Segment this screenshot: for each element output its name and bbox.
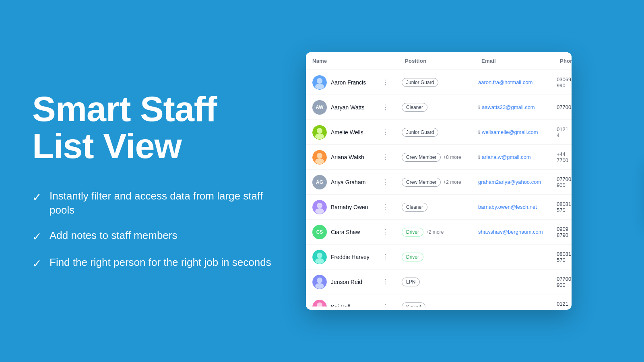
row-menu-button[interactable]: ⋮ xyxy=(379,102,392,113)
staff-table: Name Position Email Phone Aaron Francis … xyxy=(306,52,572,310)
table-header: Name Position Email Phone xyxy=(306,52,572,70)
table-row: Freddie Harvey ⋮ Driver 08081 570 xyxy=(306,245,572,269)
right-panel: Name Position Email Phone Aaron Francis … xyxy=(306,36,644,326)
position-cell: Cleaner xyxy=(398,199,475,216)
position-badge: Crew Member xyxy=(402,153,441,162)
row-menu-button[interactable]: ⋮ xyxy=(379,77,392,88)
table-row: Aaron Francis ⋮ Junior Guard aaron.fra@h… xyxy=(306,70,572,95)
name-cell: Ariana Walsh ⋮ xyxy=(306,146,398,169)
position-cell: Driver xyxy=(398,249,475,265)
name-cell: AG Ariya Graham ⋮ xyxy=(306,171,398,193)
email-text: graham2ariya@yahoo.com xyxy=(478,179,541,185)
row-menu-button[interactable]: ⋮ xyxy=(379,301,392,306)
name-cell: Barnaby Owen ⋮ xyxy=(306,196,398,218)
phone-cell: 08081 570 xyxy=(553,247,572,267)
name-cell: AW Aaryan Watts ⋮ xyxy=(306,96,398,119)
position-badge: Junior Guard xyxy=(402,128,438,137)
phone-cell: 0121 496 xyxy=(553,297,572,307)
staff-name: Ariana Walsh xyxy=(331,154,364,160)
table-row: Ariana Walsh ⋮ Crew Member+8 more ℹarian… xyxy=(306,145,572,170)
feature-text-3: Find the right person for the right job … xyxy=(50,255,271,269)
email-text: wellsamelie@gmail.com xyxy=(482,129,538,135)
position-badge: Junior Guard xyxy=(402,78,438,87)
email-text: aaron.fra@hotmail.com xyxy=(478,79,533,85)
staff-name: Amelie Wells xyxy=(331,129,363,136)
check-icon-1: ✓ xyxy=(32,190,41,205)
position-badge: LPN xyxy=(402,278,420,286)
more-tag[interactable]: +8 more xyxy=(443,154,461,160)
row-menu-button[interactable]: ⋮ xyxy=(379,127,392,138)
name-cell: Jenson Reid ⋮ xyxy=(306,271,398,293)
email-cell: ℹaawatts23@gmail.com xyxy=(475,100,553,114)
phone-cell: +44 7700 xyxy=(553,147,572,167)
avatar xyxy=(312,250,327,264)
row-menu-button[interactable]: ⋮ xyxy=(379,177,392,187)
position-cell: Junior Guard xyxy=(398,74,475,91)
staff-name: Aaron Francis xyxy=(331,79,366,86)
avatar-initials: AG xyxy=(312,175,327,189)
phone-cell: 07700 900 xyxy=(553,172,572,192)
feature-item-3: ✓ Find the right person for the right jo… xyxy=(32,255,274,272)
table-body: Aaron Francis ⋮ Junior Guard aaron.fra@h… xyxy=(306,70,572,306)
feature-item-2: ✓ Add notes to staff members xyxy=(32,228,274,245)
email-cell xyxy=(475,278,553,286)
avatar-initials: CS xyxy=(312,225,327,239)
position-badge: Crew Member xyxy=(402,178,441,187)
svg-point-2 xyxy=(315,84,324,89)
table-row: Jenson Reid ⋮ LPN 07700 900 xyxy=(306,269,572,294)
position-cell: Crew Member+2 more xyxy=(398,174,475,191)
name-cell: Amelie Wells ⋮ xyxy=(306,121,398,144)
position-cell: LPN xyxy=(398,274,475,290)
email-cell: shawshaw@bergnaum.com xyxy=(475,225,553,239)
phone-cell: 0909 8790 xyxy=(553,222,572,242)
svg-point-16 xyxy=(317,278,322,283)
check-icon-2: ✓ xyxy=(32,229,41,245)
row-menu-button[interactable]: ⋮ xyxy=(379,226,392,237)
avatar xyxy=(312,125,327,140)
email-cell: ℹariana.w@gmail.com xyxy=(475,150,553,164)
svg-point-13 xyxy=(317,253,322,258)
row-menu-button[interactable]: ⋮ xyxy=(379,202,392,212)
phone-cell: 07700 900 xyxy=(553,272,572,292)
table-row: AW Aaryan Watts ⋮ Cleaner ℹaawatts23@gma… xyxy=(306,95,572,120)
email-cell xyxy=(475,303,553,307)
svg-point-1 xyxy=(317,78,322,84)
svg-point-8 xyxy=(315,158,324,164)
position-cell: Cleaner xyxy=(398,99,475,116)
row-menu-button[interactable]: ⋮ xyxy=(379,152,392,162)
page-title: Smart Staff List View xyxy=(32,90,274,165)
email-text: ariana.w@gmail.com xyxy=(482,154,531,160)
more-tag[interactable]: +2 more xyxy=(443,179,461,185)
svg-point-11 xyxy=(315,208,324,214)
email-text: aawatts23@gmail.com xyxy=(482,104,535,110)
svg-point-5 xyxy=(315,134,324,139)
info-icon: ℹ xyxy=(478,130,480,135)
table-row: AG Ariya Graham ⋮ Crew Member+2 more gra… xyxy=(306,170,572,195)
phone-cell: 0121 4 xyxy=(553,122,572,142)
features-list: ✓ Instantly filter and access data from … xyxy=(32,189,274,272)
email-cell: graham2ariya@yahoo.com xyxy=(475,175,553,189)
position-cell: Crew Member+8 more xyxy=(398,149,475,166)
avatar xyxy=(312,200,327,214)
staff-name: Ariya Graham xyxy=(331,179,365,185)
email-text: shawshaw@bergnaum.com xyxy=(478,229,543,235)
email-cell: ℹwellsamelie@gmail.com xyxy=(475,125,553,139)
position-cell: Securit xyxy=(398,298,475,307)
staff-name: Jenson Reid xyxy=(331,279,362,285)
position-badge: Driver xyxy=(402,253,423,261)
row-menu-button[interactable]: ⋮ xyxy=(379,276,392,287)
phone-cell: 08081 570 xyxy=(553,197,572,217)
more-tag[interactable]: +2 more xyxy=(426,229,444,235)
staff-name: Freddie Harvey xyxy=(331,254,369,260)
email-text: barnaby.owen@lesch.net xyxy=(478,204,537,210)
col-phone: Phone xyxy=(553,52,572,70)
name-cell: Freddie Harvey ⋮ xyxy=(306,246,398,268)
email-cell: aaron.fra@hotmail.com xyxy=(475,75,553,89)
staff-name: Aaryan Watts xyxy=(331,104,365,111)
feature-item-1: ✓ Instantly filter and access data from … xyxy=(32,189,274,217)
staff-name: Ciara Shaw xyxy=(331,229,360,235)
avatar-initials: AW xyxy=(312,100,327,115)
row-menu-button[interactable]: ⋮ xyxy=(379,251,392,262)
position-cell: Driver+2 more xyxy=(398,224,475,241)
position-badge: Cleaner xyxy=(402,103,427,112)
